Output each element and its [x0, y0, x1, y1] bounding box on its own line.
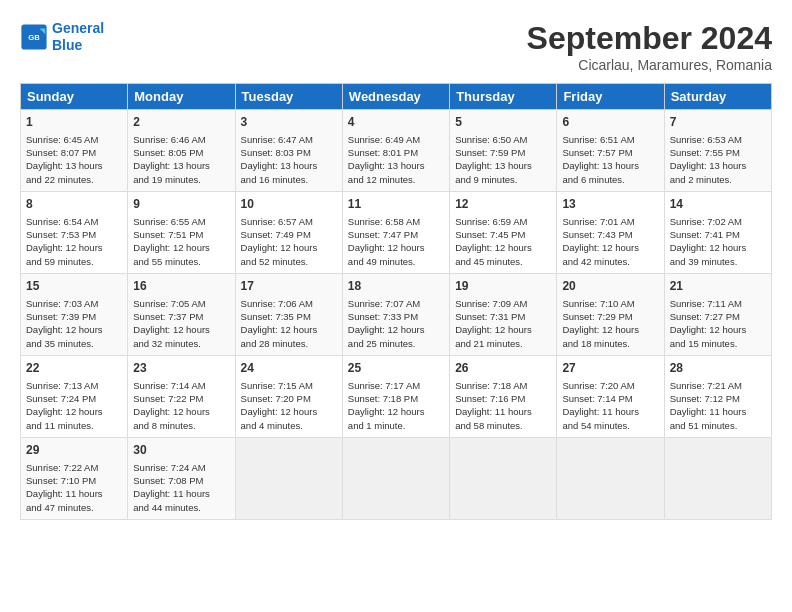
day-number: 3: [241, 114, 337, 131]
col-thursday: Thursday: [450, 84, 557, 110]
day-info: Sunset: 7:12 PM: [670, 392, 766, 405]
table-row: 26Sunrise: 7:18 AMSunset: 7:16 PMDayligh…: [450, 356, 557, 438]
table-row: 28Sunrise: 7:21 AMSunset: 7:12 PMDayligh…: [664, 356, 771, 438]
day-info: Sunrise: 6:54 AM: [26, 215, 122, 228]
table-row: 16Sunrise: 7:05 AMSunset: 7:37 PMDayligh…: [128, 274, 235, 356]
day-number: 13: [562, 196, 658, 213]
day-number: 6: [562, 114, 658, 131]
table-row: 17Sunrise: 7:06 AMSunset: 7:35 PMDayligh…: [235, 274, 342, 356]
table-row: 9Sunrise: 6:55 AMSunset: 7:51 PMDaylight…: [128, 192, 235, 274]
day-info: Sunset: 8:07 PM: [26, 146, 122, 159]
day-info: Daylight: 11 hours: [455, 405, 551, 418]
day-info: and 22 minutes.: [26, 173, 122, 186]
table-row: 5Sunrise: 6:50 AMSunset: 7:59 PMDaylight…: [450, 110, 557, 192]
day-number: 16: [133, 278, 229, 295]
day-number: 8: [26, 196, 122, 213]
day-info: Sunrise: 7:18 AM: [455, 379, 551, 392]
day-info: Daylight: 11 hours: [670, 405, 766, 418]
logo-icon: GB: [20, 23, 48, 51]
day-info: Daylight: 13 hours: [241, 159, 337, 172]
day-info: Sunrise: 7:03 AM: [26, 297, 122, 310]
day-info: Sunrise: 7:02 AM: [670, 215, 766, 228]
table-row: 1Sunrise: 6:45 AMSunset: 8:07 PMDaylight…: [21, 110, 128, 192]
day-number: 28: [670, 360, 766, 377]
table-row: 7Sunrise: 6:53 AMSunset: 7:55 PMDaylight…: [664, 110, 771, 192]
day-number: 5: [455, 114, 551, 131]
day-info: Daylight: 12 hours: [241, 323, 337, 336]
calendar-week-2: 8Sunrise: 6:54 AMSunset: 7:53 PMDaylight…: [21, 192, 772, 274]
day-info: Sunrise: 7:17 AM: [348, 379, 444, 392]
day-info: Sunset: 7:37 PM: [133, 310, 229, 323]
day-number: 21: [670, 278, 766, 295]
day-info: Daylight: 12 hours: [348, 323, 444, 336]
day-info: and 9 minutes.: [455, 173, 551, 186]
day-info: and 52 minutes.: [241, 255, 337, 268]
day-info: Daylight: 13 hours: [133, 159, 229, 172]
day-info: and 6 minutes.: [562, 173, 658, 186]
col-wednesday: Wednesday: [342, 84, 449, 110]
day-info: Daylight: 12 hours: [455, 323, 551, 336]
day-info: Sunrise: 6:55 AM: [133, 215, 229, 228]
day-info: Sunrise: 7:24 AM: [133, 461, 229, 474]
day-number: 15: [26, 278, 122, 295]
day-info: Sunset: 7:14 PM: [562, 392, 658, 405]
day-info: and 55 minutes.: [133, 255, 229, 268]
day-info: and 54 minutes.: [562, 419, 658, 432]
table-row: 2Sunrise: 6:46 AMSunset: 8:05 PMDaylight…: [128, 110, 235, 192]
table-row: 11Sunrise: 6:58 AMSunset: 7:47 PMDayligh…: [342, 192, 449, 274]
day-info: and 49 minutes.: [348, 255, 444, 268]
day-info: Daylight: 12 hours: [133, 405, 229, 418]
day-info: Sunrise: 6:47 AM: [241, 133, 337, 146]
logo-blue: Blue: [52, 37, 82, 53]
day-info: Sunset: 7:51 PM: [133, 228, 229, 241]
day-info: Sunrise: 6:53 AM: [670, 133, 766, 146]
day-number: 4: [348, 114, 444, 131]
day-number: 29: [26, 442, 122, 459]
day-info: Sunset: 7:31 PM: [455, 310, 551, 323]
day-info: and 21 minutes.: [455, 337, 551, 350]
day-info: Sunset: 7:27 PM: [670, 310, 766, 323]
day-info: Daylight: 11 hours: [133, 487, 229, 500]
day-info: Sunrise: 7:14 AM: [133, 379, 229, 392]
day-info: Daylight: 12 hours: [670, 323, 766, 336]
day-info: Daylight: 12 hours: [562, 323, 658, 336]
day-info: Sunset: 7:57 PM: [562, 146, 658, 159]
day-info: Sunrise: 7:15 AM: [241, 379, 337, 392]
day-info: Sunset: 8:05 PM: [133, 146, 229, 159]
day-info: Sunrise: 7:01 AM: [562, 215, 658, 228]
table-row: 20Sunrise: 7:10 AMSunset: 7:29 PMDayligh…: [557, 274, 664, 356]
logo: GB General Blue: [20, 20, 104, 54]
logo-general: General: [52, 20, 104, 36]
day-info: Sunset: 7:20 PM: [241, 392, 337, 405]
day-info: and 11 minutes.: [26, 419, 122, 432]
day-info: Sunset: 7:39 PM: [26, 310, 122, 323]
day-number: 25: [348, 360, 444, 377]
day-info: Sunset: 7:24 PM: [26, 392, 122, 405]
col-tuesday: Tuesday: [235, 84, 342, 110]
day-info: and 25 minutes.: [348, 337, 444, 350]
day-number: 27: [562, 360, 658, 377]
day-info: Sunset: 7:08 PM: [133, 474, 229, 487]
calendar-week-5: 29Sunrise: 7:22 AMSunset: 7:10 PMDayligh…: [21, 438, 772, 520]
day-info: and 28 minutes.: [241, 337, 337, 350]
day-info: Daylight: 13 hours: [455, 159, 551, 172]
day-number: 24: [241, 360, 337, 377]
calendar-week-3: 15Sunrise: 7:03 AMSunset: 7:39 PMDayligh…: [21, 274, 772, 356]
day-info: Daylight: 13 hours: [26, 159, 122, 172]
day-info: Sunset: 7:22 PM: [133, 392, 229, 405]
table-row: 15Sunrise: 7:03 AMSunset: 7:39 PMDayligh…: [21, 274, 128, 356]
day-info: Sunrise: 7:21 AM: [670, 379, 766, 392]
day-info: Daylight: 11 hours: [26, 487, 122, 500]
table-row: 22Sunrise: 7:13 AMSunset: 7:24 PMDayligh…: [21, 356, 128, 438]
table-row: 18Sunrise: 7:07 AMSunset: 7:33 PMDayligh…: [342, 274, 449, 356]
day-info: Sunset: 7:33 PM: [348, 310, 444, 323]
day-info: and 16 minutes.: [241, 173, 337, 186]
day-info: Sunset: 7:43 PM: [562, 228, 658, 241]
day-info: Sunrise: 6:45 AM: [26, 133, 122, 146]
day-info: Daylight: 12 hours: [26, 241, 122, 254]
day-info: Sunrise: 7:09 AM: [455, 297, 551, 310]
day-info: Daylight: 13 hours: [562, 159, 658, 172]
day-info: Sunset: 7:53 PM: [26, 228, 122, 241]
day-info: and 35 minutes.: [26, 337, 122, 350]
day-info: Sunset: 7:10 PM: [26, 474, 122, 487]
